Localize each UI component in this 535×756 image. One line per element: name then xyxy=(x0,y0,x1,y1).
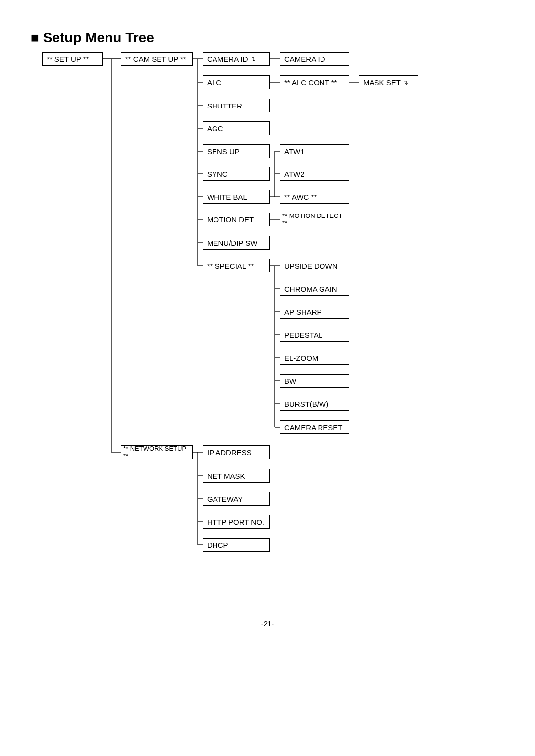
node-gateway: GATEWAY xyxy=(203,492,270,506)
node-bw: BW xyxy=(280,374,349,388)
node-sync: SYNC xyxy=(203,167,270,181)
node-atw2: ATW2 xyxy=(280,167,349,181)
node-pedestal: PEDESTAL xyxy=(280,328,349,342)
node-alc-cont: ** ALC CONT ** xyxy=(280,75,349,89)
node-upside-down: UPSIDE DOWN xyxy=(280,259,349,272)
node-agc: AGC xyxy=(203,121,270,135)
node-menu-dip-sw: MENU/DIP SW xyxy=(203,236,270,250)
node-el-zoom: EL-ZOOM xyxy=(280,351,349,365)
node-motion-detect: ** MOTION DETECT ** xyxy=(280,213,349,226)
node-dhcp: DHCP xyxy=(203,538,270,552)
submenu-icon: ↴ xyxy=(248,55,256,63)
node-camera-reset: CAMERA RESET xyxy=(280,420,349,434)
node-white-bal: WHITE BAL xyxy=(203,190,270,204)
node-ap-sharp: AP SHARP xyxy=(280,305,349,319)
node-atw1: ATW1 xyxy=(280,144,349,158)
tree-connectors xyxy=(0,0,535,756)
node-camera-id-leaf: CAMERA ID xyxy=(280,52,349,66)
page-number: -21- xyxy=(0,619,535,628)
node-http-port: HTTP PORT NO. xyxy=(203,515,270,529)
node-shutter: SHUTTER xyxy=(203,99,270,112)
node-mask-set: MASK SET ↴ xyxy=(359,75,418,89)
node-sens-up: SENS UP xyxy=(203,144,270,158)
square-bullet-icon: ■ xyxy=(31,30,39,45)
node-camera-id: CAMERA ID ↴ xyxy=(203,52,270,66)
node-chroma-gain: CHROMA GAIN xyxy=(280,282,349,296)
page-title: ■ Setup Menu Tree xyxy=(31,30,154,46)
node-network-setup: ** NETWORK SETUP ** xyxy=(121,445,193,459)
node-motion-det: MOTION DET xyxy=(203,213,270,226)
node-special: ** SPECIAL ** xyxy=(203,259,270,272)
node-net-mask: NET MASK xyxy=(203,469,270,483)
title-text: Setup Menu Tree xyxy=(43,30,154,45)
node-awc: ** AWC ** xyxy=(280,190,349,204)
node-ip-address: IP ADDRESS xyxy=(203,445,270,459)
submenu-icon: ↴ xyxy=(401,79,408,86)
node-burst-bw: BURST(B/W) xyxy=(280,397,349,411)
node-alc: ALC xyxy=(203,75,270,89)
node-setup: ** SET UP ** xyxy=(42,52,103,66)
node-cam-setup: ** CAM SET UP ** xyxy=(121,52,193,66)
